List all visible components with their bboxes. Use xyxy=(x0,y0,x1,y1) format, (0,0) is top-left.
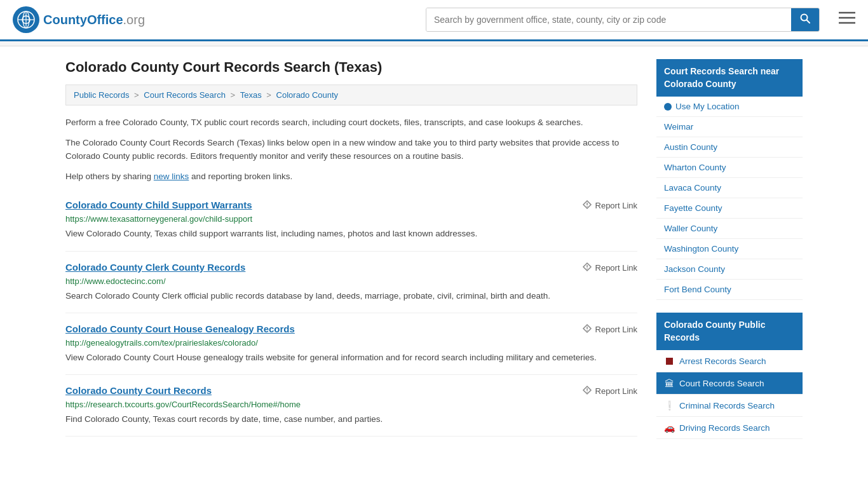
sidebar-pr-item-1[interactable]: 🏛Court Records Search xyxy=(656,372,803,395)
breadcrumb-sep3: > xyxy=(266,90,273,100)
search-bar xyxy=(426,8,820,32)
logo-text: CountyOffice.org xyxy=(43,13,145,27)
report-icon-0 xyxy=(582,200,592,212)
content-area: Colorado County Court Records Search (Te… xyxy=(65,59,637,452)
sidebar-nearby-header: Court Records Search near Colorado Count… xyxy=(656,59,803,97)
breadcrumb: Public Records > Court Records Search > … xyxy=(65,85,637,105)
new-links-link[interactable]: new links xyxy=(154,172,189,181)
sidebar-county-2[interactable]: Wharton County xyxy=(656,158,803,178)
breadcrumb-sep2: > xyxy=(231,90,238,100)
search-button[interactable] xyxy=(791,8,819,31)
record-url-1[interactable]: http://www.edoctecinc.com/ xyxy=(65,276,637,286)
sidebar: Court Records Search near Colorado Count… xyxy=(656,59,803,452)
sidebar-county-0[interactable]: Weimar xyxy=(656,117,803,137)
sidebar-county-6[interactable]: Washington County xyxy=(656,239,803,259)
record-entry-1: Colorado County Clerk County Records Rep… xyxy=(65,252,637,313)
intro-text-3: Help others by sharing new links and rep… xyxy=(65,170,637,184)
record-desc-3: Find Colorado County, Texas court record… xyxy=(65,413,637,426)
logo-icon xyxy=(13,6,39,33)
breadcrumb-court-records[interactable]: Court Records Search xyxy=(144,90,226,100)
breadcrumb-public-records[interactable]: Public Records xyxy=(74,90,129,100)
svg-point-13 xyxy=(587,268,588,269)
records-list: Colorado County Child Support Warrants R… xyxy=(65,189,637,437)
driving-icon: 🚗 xyxy=(664,423,674,433)
breadcrumb-colorado-county[interactable]: Colorado County xyxy=(276,90,339,100)
search-input[interactable] xyxy=(426,8,791,31)
intro-text-2: The Colorado County Court Records Search… xyxy=(65,136,637,163)
sidebar-county-8[interactable]: Fort Bend County xyxy=(656,280,803,300)
report-link-3[interactable]: Report Link xyxy=(582,385,637,397)
sidebar-pr-label-0: Arrest Records Search xyxy=(679,356,766,366)
sidebar-pr-label-3: Driving Records Search xyxy=(679,423,770,433)
sidebar-county-4[interactable]: Fayette County xyxy=(656,198,803,219)
sidebar-county-3[interactable]: Lavaca County xyxy=(656,178,803,198)
record-title-2[interactable]: Colorado County Court House Genealogy Re… xyxy=(65,323,295,334)
page-title: Colorado County Court Records Search (Te… xyxy=(65,59,637,76)
record-desc-0: View Colorado County, Texas child suppor… xyxy=(65,227,637,240)
report-icon-2 xyxy=(582,323,592,336)
svg-point-11 xyxy=(587,207,588,208)
main-layout: Colorado County Court Records Search (Te… xyxy=(53,46,815,464)
record-url-2[interactable]: http://genealogytrails.com/tex/prairiesl… xyxy=(65,338,637,348)
record-entry-0: Colorado County Child Support Warrants R… xyxy=(65,189,637,251)
sidebar-pr-label-1: Court Records Search xyxy=(679,379,764,388)
record-url-3[interactable]: https://research.txcourts.gov/CourtRecor… xyxy=(65,400,637,409)
intro3-suffix: and reporting broken links. xyxy=(189,172,292,181)
intro-text-1: Perform a free Colorado County, TX publi… xyxy=(65,116,637,130)
record-url-0[interactable]: https://www.texasattorneygeneral.gov/chi… xyxy=(65,214,637,224)
sidebar-pr-item-0[interactable]: Arrest Records Search xyxy=(656,350,803,372)
sidebar-county-5[interactable]: Waller County xyxy=(656,219,803,239)
record-title-row-2: Colorado County Court House Genealogy Re… xyxy=(65,323,637,336)
sidebar-public-records-section: Colorado County Public Records Arrest Re… xyxy=(656,313,803,439)
record-title-row-1: Colorado County Clerk County Records Rep… xyxy=(65,262,637,274)
sidebar-pr-item-3[interactable]: 🚗Driving Records Search xyxy=(656,417,803,439)
sidebar-pr-label-2: Criminal Records Search xyxy=(679,401,775,410)
sidebar-use-location[interactable]: Use My Location xyxy=(656,97,803,117)
record-title-0[interactable]: Colorado County Child Support Warrants xyxy=(65,200,252,210)
sidebar-county-7[interactable]: Jackson County xyxy=(656,259,803,280)
report-icon-3 xyxy=(582,385,592,397)
court-icon: 🏛 xyxy=(664,378,674,388)
svg-point-17 xyxy=(587,391,588,393)
report-link-0[interactable]: Report Link xyxy=(582,200,637,212)
record-desc-2: View Colorado County Court House genealo… xyxy=(65,351,637,364)
svg-point-15 xyxy=(587,330,588,331)
nearby-counties-list: WeimarAustin CountyWharton CountyLavaca … xyxy=(656,117,803,300)
breadcrumb-texas[interactable]: Texas xyxy=(240,90,262,100)
criminal-icon: ❕ xyxy=(664,400,674,410)
sub-nav xyxy=(0,41,868,46)
report-icon-1 xyxy=(582,262,592,274)
header: CountyOffice.org xyxy=(0,0,868,41)
record-title-3[interactable]: Colorado County Court Records xyxy=(65,385,212,396)
sidebar-public-records-header: Colorado County Public Records xyxy=(656,313,803,350)
sidebar-nearby-section: Court Records Search near Colorado Count… xyxy=(656,59,803,300)
report-link-1[interactable]: Report Link xyxy=(582,262,637,274)
use-location-label: Use My Location xyxy=(675,102,740,111)
svg-line-6 xyxy=(807,20,810,24)
menu-icon[interactable] xyxy=(839,11,855,28)
location-dot-icon xyxy=(664,103,672,111)
record-title-row-0: Colorado County Child Support Warrants R… xyxy=(65,200,637,212)
intro3-prefix: Help others by sharing xyxy=(65,172,154,181)
record-desc-1: Search Colorado County Clerk official pu… xyxy=(65,290,637,302)
logo-link[interactable]: CountyOffice.org xyxy=(13,6,145,33)
record-title-1[interactable]: Colorado County Clerk County Records xyxy=(65,262,245,273)
sidebar-pr-item-2[interactable]: ❕Criminal Records Search xyxy=(656,395,803,417)
record-entry-2: Colorado County Court House Genealogy Re… xyxy=(65,313,637,375)
report-link-2[interactable]: Report Link xyxy=(582,323,637,336)
sidebar-county-1[interactable]: Austin County xyxy=(656,137,803,158)
public-records-list: Arrest Records Search🏛Court Records Sear… xyxy=(656,350,803,439)
breadcrumb-sep1: > xyxy=(134,90,141,100)
record-title-row-3: Colorado County Court Records Report Lin… xyxy=(65,385,637,397)
record-entry-3: Colorado County Court Records Report Lin… xyxy=(65,375,637,437)
arrest-icon xyxy=(664,356,674,366)
